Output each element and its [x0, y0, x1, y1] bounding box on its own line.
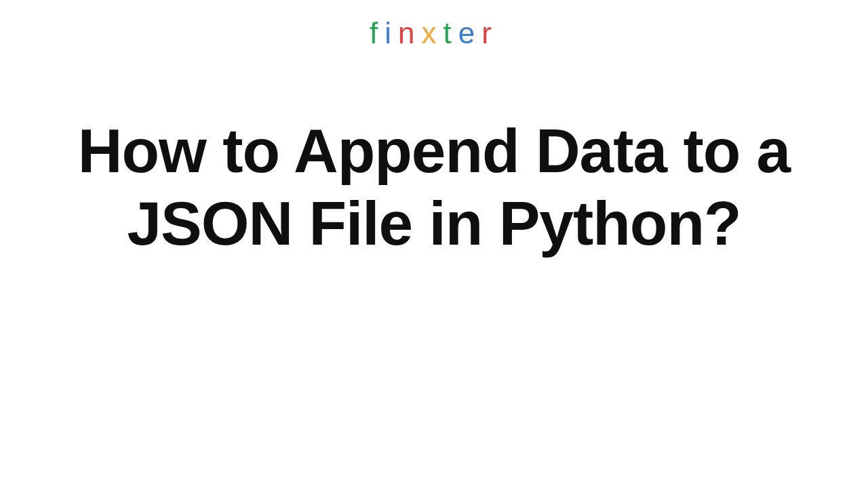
title-line-1: How to Append Data to a [78, 117, 790, 185]
logo-letter: r [481, 16, 498, 50]
logo-letter: f [370, 16, 384, 50]
logo-letter: i [384, 16, 398, 50]
page-title: How to Append Data to a JSON File in Pyt… [78, 115, 790, 260]
logo-letter: e [458, 16, 481, 50]
title-line-2: JSON File in Python? [127, 189, 741, 258]
logo-letter: x [422, 16, 443, 50]
logo-letter: n [398, 16, 421, 50]
logo-letter: t [443, 16, 458, 50]
brand-logo: f i n x t e r [370, 16, 498, 50]
